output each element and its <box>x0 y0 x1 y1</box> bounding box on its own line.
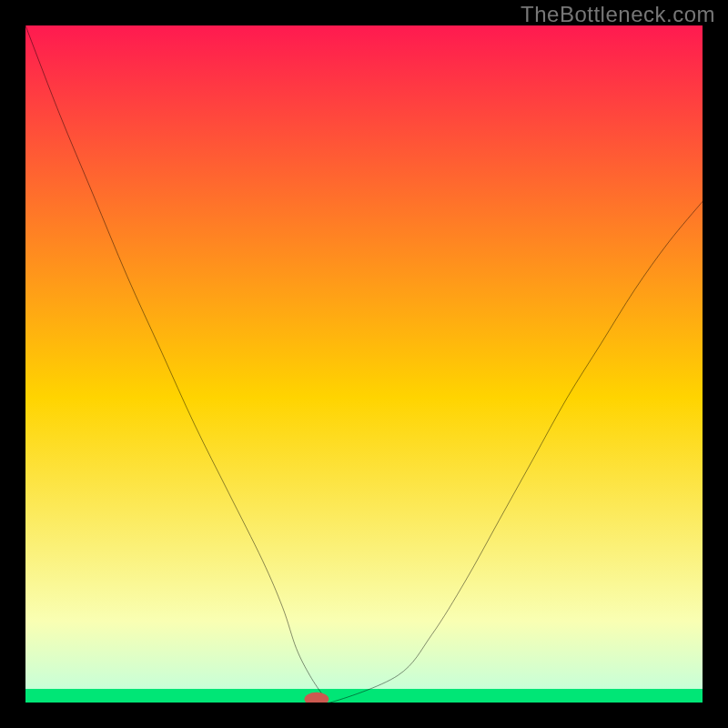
green-bottom-band <box>25 689 703 703</box>
watermark-text: TheBottleneck.com <box>521 2 715 27</box>
pale-band <box>25 622 703 689</box>
chart-frame: TheBottleneck.com <box>0 0 728 728</box>
plot-area <box>25 25 703 703</box>
chart-svg <box>25 25 703 703</box>
gradient-background <box>25 25 703 703</box>
